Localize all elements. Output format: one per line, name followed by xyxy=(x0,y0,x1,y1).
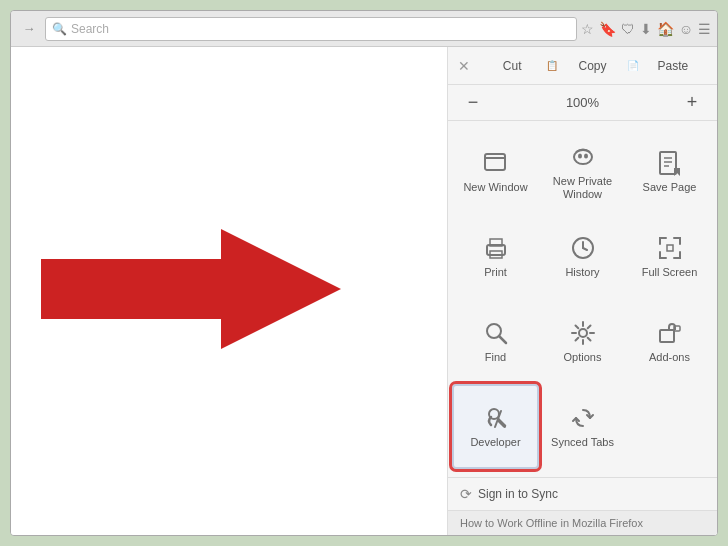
save-page-label: Save Page xyxy=(643,181,697,194)
new-window-label: New Window xyxy=(463,181,527,194)
history-icon xyxy=(570,235,596,261)
svg-line-18 xyxy=(499,336,506,343)
content-area: ✕ Cut 📋 Copy 📄 Paste − 100% + xyxy=(11,47,717,535)
print-label: Print xyxy=(484,266,507,279)
full-screen-icon xyxy=(657,235,683,261)
arrow-container xyxy=(41,224,341,358)
new-window-icon xyxy=(483,150,509,176)
signin-row[interactable]: ⟳ Sign in to Sync xyxy=(448,477,717,510)
svg-marker-16 xyxy=(667,245,673,251)
svg-rect-6 xyxy=(660,152,676,174)
history-label: History xyxy=(565,266,599,279)
menu-item-developer[interactable]: Developer xyxy=(452,384,539,469)
svg-line-15 xyxy=(583,248,587,250)
svg-marker-0 xyxy=(41,229,341,349)
find-label: Find xyxy=(485,351,506,364)
search-placeholder: Search xyxy=(71,22,109,36)
tab-hint: How to Work Offline in Mozilla Firefox xyxy=(448,510,717,535)
menu-item-synced-tabs[interactable]: Synced Tabs xyxy=(539,384,626,469)
zoom-minus-button[interactable]: − xyxy=(458,92,488,113)
new-private-window-label: New Private Window xyxy=(543,175,622,201)
menu-item-new-private-window[interactable]: New Private Window xyxy=(539,129,626,214)
add-ons-icon xyxy=(657,320,683,346)
browser-frame: → 🔍 Search ☆ 🔖 🛡 ⬇ 🏠 ☺ ☰ ✕ xyxy=(10,10,718,536)
menu-item-history[interactable]: History xyxy=(539,214,626,299)
full-screen-label: Full Screen xyxy=(642,266,698,279)
svg-point-22 xyxy=(489,409,499,419)
add-ons-label: Add-ons xyxy=(649,351,690,364)
developer-label: Developer xyxy=(470,436,520,449)
signin-label: Sign in to Sync xyxy=(478,487,558,501)
menu-panel: ✕ Cut 📋 Copy 📄 Paste − 100% + xyxy=(447,47,717,535)
download-icon[interactable]: ⬇ xyxy=(640,21,652,37)
zoom-plus-button[interactable]: + xyxy=(677,92,707,113)
search-bar[interactable]: 🔍 Search xyxy=(45,17,577,41)
zoom-row: − 100% + xyxy=(448,85,717,121)
menu-grid: New Window New Private Window xyxy=(448,121,717,477)
new-private-window-icon xyxy=(570,144,596,170)
sync-icon: ⟳ xyxy=(460,486,472,502)
menu-item-print[interactable]: Print xyxy=(452,214,539,299)
paste-button[interactable]: Paste xyxy=(639,56,707,76)
edit-row: ✕ Cut 📋 Copy 📄 Paste xyxy=(448,47,717,85)
close-button[interactable]: ✕ xyxy=(458,58,470,74)
options-icon xyxy=(570,320,596,346)
svg-rect-1 xyxy=(485,154,505,170)
save-page-icon xyxy=(657,150,683,176)
forward-button[interactable]: → xyxy=(17,17,41,41)
menu-item-find[interactable]: Find xyxy=(452,299,539,384)
menu-item-save-page[interactable]: Save Page xyxy=(626,129,713,214)
arrow-icon xyxy=(41,224,341,354)
star-icon[interactable]: ☆ xyxy=(581,21,594,37)
tab-hint-text: How to Work Offline in Mozilla Firefox xyxy=(460,517,643,529)
menu-item-add-ons[interactable]: Add-ons xyxy=(626,299,713,384)
menu-item-full-screen[interactable]: Full Screen xyxy=(626,214,713,299)
find-icon xyxy=(483,320,509,346)
menu-item-new-window[interactable]: New Window xyxy=(452,129,539,214)
svg-point-19 xyxy=(579,329,587,337)
developer-icon xyxy=(483,405,509,431)
svg-rect-20 xyxy=(660,330,674,342)
menu-icon[interactable]: ☰ xyxy=(698,21,711,37)
copy-button[interactable]: Copy xyxy=(558,56,626,76)
menu-item-options[interactable]: Options xyxy=(539,299,626,384)
shield-icon[interactable]: 🛡 xyxy=(621,21,635,37)
search-icon: 🔍 xyxy=(52,22,67,36)
smiley-icon[interactable]: ☺ xyxy=(679,21,693,37)
home-icon[interactable]: 🏠 xyxy=(657,21,674,37)
print-icon xyxy=(483,235,509,261)
zoom-value: 100% xyxy=(488,95,677,110)
cut-button[interactable]: Cut xyxy=(478,56,546,76)
svg-point-4 xyxy=(578,153,582,158)
bookmark-icon[interactable]: 🔖 xyxy=(599,21,616,37)
synced-tabs-icon xyxy=(570,405,596,431)
svg-point-5 xyxy=(584,153,588,158)
toolbar-icons: ☆ 🔖 🛡 ⬇ 🏠 ☺ ☰ xyxy=(581,21,711,37)
toolbar: → 🔍 Search ☆ 🔖 🛡 ⬇ 🏠 ☺ ☰ xyxy=(11,11,717,47)
synced-tabs-label: Synced Tabs xyxy=(551,436,614,449)
options-label: Options xyxy=(564,351,602,364)
